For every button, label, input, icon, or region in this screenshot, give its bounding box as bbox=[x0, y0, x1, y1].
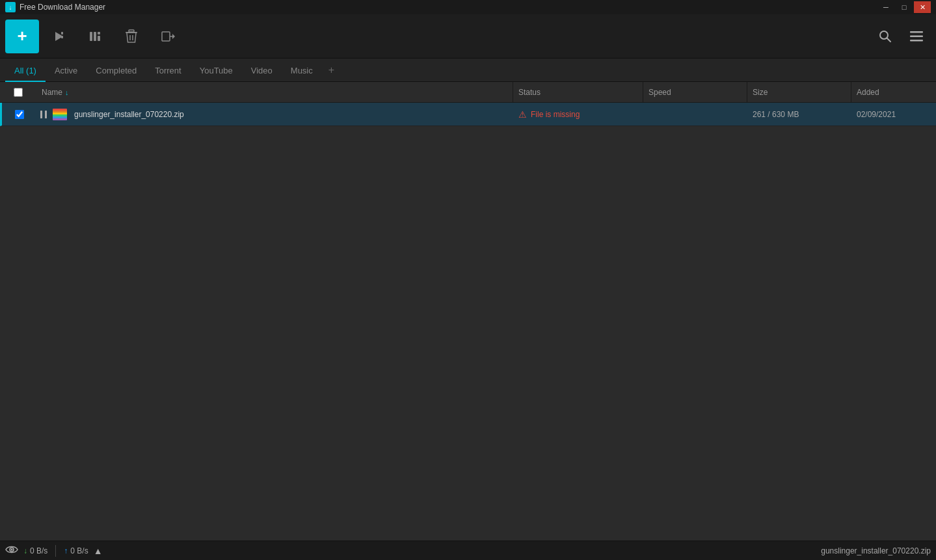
delete-icon bbox=[125, 29, 138, 44]
add-tab-button[interactable]: + bbox=[322, 59, 341, 81]
svg-rect-2 bbox=[61, 36, 63, 38]
expand-status-button[interactable]: ▲ bbox=[94, 546, 103, 556]
column-header-name[interactable]: Name ↓ bbox=[36, 82, 513, 102]
row-pause-button[interactable] bbox=[36, 110, 51, 119]
svg-rect-1 bbox=[61, 32, 63, 34]
pause-all-button[interactable] bbox=[78, 20, 112, 53]
svg-rect-5 bbox=[98, 32, 100, 34]
table-header: Name ↓ Status Speed Size Added bbox=[0, 82, 936, 103]
column-header-size[interactable]: Size bbox=[747, 82, 851, 102]
close-button[interactable]: ✕ bbox=[914, 1, 931, 13]
status-left: ↓ 0 B/s ↑ 0 B/s ▲ bbox=[5, 545, 103, 557]
file-name: gunslinger_installer_070220.zip bbox=[69, 110, 513, 119]
status-filename: gunslinger_installer_070220.zip bbox=[821, 546, 931, 555]
tab-all[interactable]: All (1) bbox=[5, 60, 46, 82]
row-checkbox[interactable] bbox=[15, 110, 24, 119]
svg-rect-3 bbox=[90, 32, 92, 41]
file-status: ⚠ File is missing bbox=[513, 109, 643, 120]
row-checkbox-wrapper[interactable] bbox=[2, 110, 36, 119]
column-header-status[interactable]: Status bbox=[513, 82, 643, 102]
tab-music[interactable]: Music bbox=[282, 60, 322, 82]
search-icon bbox=[879, 30, 892, 43]
tab-torrent[interactable]: Torrent bbox=[146, 60, 190, 82]
eye-icon bbox=[5, 545, 18, 557]
table-row[interactable]: gunslinger_installer_070220.zip ⚠ File i… bbox=[0, 103, 936, 126]
status-bar: ↓ 0 B/s ↑ 0 B/s ▲ gunslinger_installer_0… bbox=[0, 540, 936, 560]
tab-bar: All (1) Active Completed Torrent YouTube… bbox=[0, 59, 936, 82]
svg-marker-13 bbox=[172, 34, 175, 39]
move-icon bbox=[161, 29, 175, 44]
column-header-added[interactable]: Added bbox=[851, 82, 936, 102]
tab-youtube[interactable]: YouTube bbox=[191, 60, 242, 82]
svg-rect-6 bbox=[98, 36, 100, 41]
column-header-speed[interactable]: Speed bbox=[643, 82, 747, 102]
file-added: 02/09/2021 bbox=[851, 110, 936, 119]
pause-icon bbox=[40, 110, 47, 119]
file-type-icon bbox=[51, 109, 69, 120]
svg-rect-16 bbox=[910, 31, 923, 33]
pause-all-icon bbox=[88, 29, 102, 44]
svg-line-15 bbox=[887, 38, 891, 42]
window-controls: ─ □ ✕ bbox=[877, 1, 931, 13]
svg-rect-20 bbox=[45, 111, 47, 118]
toolbar: + bbox=[0, 14, 936, 59]
move-button[interactable] bbox=[151, 20, 185, 53]
tab-completed[interactable]: Completed bbox=[87, 60, 146, 82]
svg-rect-18 bbox=[910, 40, 923, 42]
hamburger-icon bbox=[910, 31, 923, 42]
svg-rect-8 bbox=[129, 30, 134, 32]
file-size: 261 / 630 MB bbox=[747, 110, 851, 119]
svg-point-22 bbox=[11, 548, 13, 550]
play-icon bbox=[52, 30, 65, 43]
resume-button[interactable] bbox=[42, 20, 75, 53]
tab-video[interactable]: Video bbox=[242, 60, 282, 82]
warning-icon: ⚠ bbox=[518, 109, 527, 120]
tab-active[interactable]: Active bbox=[46, 60, 87, 82]
divider bbox=[55, 545, 56, 557]
svg-rect-17 bbox=[910, 35, 923, 37]
search-button[interactable] bbox=[871, 22, 900, 51]
add-download-button[interactable]: + bbox=[5, 20, 39, 53]
delete-button[interactable] bbox=[114, 20, 148, 53]
upload-speed: ↑ 0 B/s bbox=[64, 546, 88, 555]
select-all-checkbox[interactable] bbox=[14, 88, 23, 97]
menu-button[interactable] bbox=[902, 22, 931, 51]
minimize-button[interactable]: ─ bbox=[877, 1, 894, 13]
svg-rect-19 bbox=[40, 111, 42, 118]
table-content: gunslinger_installer_070220.zip ⚠ File i… bbox=[0, 103, 936, 540]
app-icon: ↓ bbox=[5, 2, 16, 12]
svg-rect-11 bbox=[162, 32, 170, 41]
download-speed: ↓ 0 B/s bbox=[23, 546, 47, 555]
title-text: Free Download Manager bbox=[20, 3, 877, 12]
maximize-button[interactable]: □ bbox=[896, 1, 913, 13]
svg-rect-4 bbox=[94, 32, 96, 41]
eye-icon-svg bbox=[5, 545, 18, 554]
select-all-checkbox-wrapper[interactable] bbox=[0, 88, 36, 97]
title-bar: ↓ Free Download Manager ─ □ ✕ bbox=[0, 0, 936, 14]
